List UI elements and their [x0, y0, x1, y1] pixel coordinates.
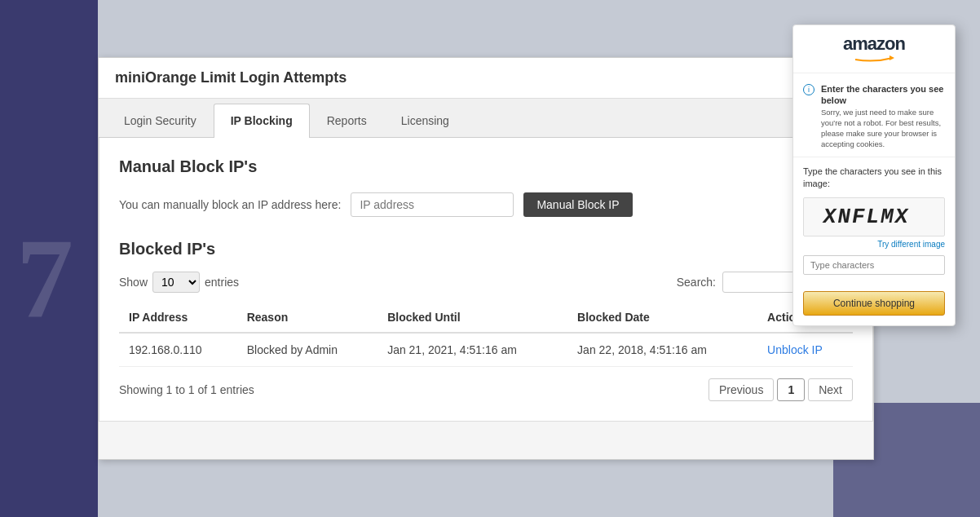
pagination-row: Showing 1 to 1 of 1 entries Previous 1 N…: [119, 378, 853, 401]
col-ip-address: IP Address: [119, 303, 237, 333]
entries-label: entries: [205, 276, 239, 289]
unblock-ip-link[interactable]: Unblock IP: [767, 343, 823, 356]
captcha-input[interactable]: [803, 255, 945, 275]
bg-number: 7: [16, 212, 73, 343]
showing-text: Showing 1 to 1 of 1 entries: [119, 383, 254, 396]
col-blocked-until: Blocked Until: [377, 303, 567, 333]
col-blocked-date: Blocked Date: [567, 303, 757, 333]
amazon-header-subtext: Sorry, we just need to make sure you're …: [821, 107, 945, 150]
plugin-title: miniOrange Limit Login Attempts: [99, 58, 873, 99]
manual-block-title: Manual Block IP's: [119, 157, 853, 176]
page-1-button[interactable]: 1: [777, 378, 805, 401]
pagination-controls: Previous 1 Next: [709, 378, 853, 401]
blocked-ips-title: Blocked IP's: [119, 240, 853, 258]
cell-ip: 192.168.0.110: [119, 333, 237, 367]
search-label: Search:: [677, 276, 716, 289]
table-controls: Show 10 25 50 100 entries Search:: [119, 272, 853, 293]
table-row: 192.168.0.110 Blocked by Admin Jan 21, 2…: [119, 333, 853, 367]
amazon-prompt: Type the characters you see in this imag…: [803, 166, 945, 191]
captcha-text: XNFLMX: [819, 197, 929, 236]
block-ip-row: You can manually block an IP address her…: [119, 192, 853, 217]
cell-reason: Blocked by Admin: [237, 333, 377, 367]
amazon-header: i Enter the characters you see below Sor…: [793, 73, 955, 157]
plugin-panel: miniOrange Limit Login Attempts Login Se…: [98, 57, 874, 460]
tab-reports[interactable]: Reports: [310, 104, 384, 137]
amazon-logo: amazon: [793, 25, 955, 73]
try-different-link[interactable]: Try different image: [803, 240, 945, 249]
tab-ip-blocking[interactable]: IP Blocking: [214, 104, 310, 138]
bg-left-bar: 7: [0, 0, 98, 517]
amazon-header-title: Enter the characters you see below: [821, 83, 945, 107]
previous-button[interactable]: Previous: [709, 378, 774, 401]
tab-licensing[interactable]: Licensing: [384, 104, 466, 137]
block-ip-label: You can manually block an IP address her…: [119, 198, 341, 211]
tab-bar: Login Security IP Blocking Reports Licen…: [99, 99, 873, 138]
entries-select[interactable]: 10 25 50 100: [152, 272, 200, 293]
info-icon: i: [803, 84, 814, 95]
amazon-captcha-section: Type the characters you see in this imag…: [793, 157, 955, 283]
captcha-image: XNFLMX: [803, 197, 945, 236]
tab-login-security[interactable]: Login Security: [107, 104, 214, 137]
cell-blocked-until: Jan 21, 2021, 4:51:16 am: [377, 333, 567, 367]
svg-marker-0: [890, 55, 894, 60]
blocked-ips-table: IP Address Reason Blocked Until Blocked …: [119, 303, 853, 367]
manual-block-ip-button[interactable]: Manual Block IP: [523, 192, 632, 217]
cell-action: Unblock IP: [757, 333, 853, 367]
content-area: Manual Block IP's You can manually block…: [99, 138, 873, 422]
show-label: Show: [119, 276, 148, 289]
amazon-logo-text: amazon: [801, 33, 947, 55]
table-header-row: IP Address Reason Blocked Until Blocked …: [119, 303, 853, 333]
cell-blocked-date: Jan 22, 2018, 4:51:16 am: [567, 333, 757, 367]
show-entries: Show 10 25 50 100 entries: [119, 272, 239, 293]
amazon-captcha-popup: amazon i Enter the characters you see be…: [792, 24, 956, 326]
amazon-logo-arrow: [801, 55, 947, 64]
amazon-continue-button[interactable]: Continue shopping: [803, 291, 945, 316]
svg-text:XNFLMX: XNFLMX: [821, 205, 912, 229]
ip-address-input[interactable]: [351, 192, 514, 217]
col-reason: Reason: [237, 303, 377, 333]
next-button[interactable]: Next: [808, 378, 853, 401]
